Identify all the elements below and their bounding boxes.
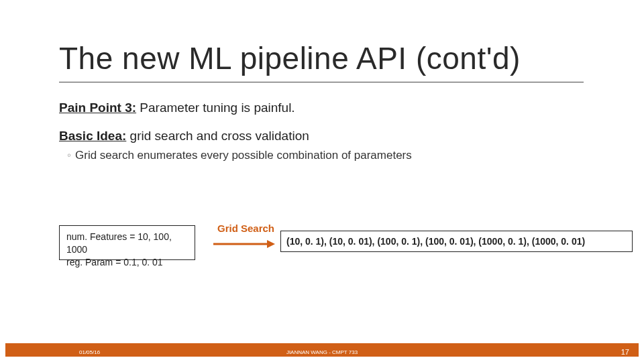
bullet-line: ◦Grid search enumerates every possible c… — [67, 149, 412, 162]
svg-marker-1 — [267, 240, 275, 248]
basic-idea-text: grid search and cross validation — [126, 129, 309, 143]
slide: The new ML pipeline API (cont'd) Pain Po… — [0, 0, 644, 362]
title-underline — [59, 82, 584, 82]
arrow-label: Grid Search — [217, 223, 274, 234]
param-line-1: num. Features = 10, 100, 1000 — [66, 231, 188, 256]
bullet-text: Grid search enumerates every possible co… — [75, 149, 412, 162]
pain-point-text: Parameter tuning is painful. — [136, 101, 295, 115]
footer-author: JIANNAN WANG - CMPT 733 — [0, 349, 644, 355]
footer-page-number: 17 — [621, 348, 629, 356]
basic-idea-label: Basic Idea: — [59, 129, 126, 143]
grid-search-output-text: (10, 0. 1), (10, 0. 01), (100, 0. 1), (1… — [286, 236, 585, 247]
param-line-2: reg. Param = 0.1, 0. 01 — [66, 256, 188, 269]
pain-point-line: Pain Point 3: Parameter tuning is painfu… — [59, 101, 295, 115]
bullet-mark-icon: ◦ — [67, 149, 75, 162]
arrow-right-icon — [212, 239, 276, 249]
grid-search-output-box: (10, 0. 1), (10, 0. 01), (100, 0. 1), (1… — [280, 231, 633, 252]
slide-title: The new ML pipeline API (cont'd) — [59, 40, 521, 76]
pain-point-label: Pain Point 3: — [59, 101, 136, 115]
parameters-box: num. Features = 10, 100, 1000 reg. Param… — [59, 225, 195, 260]
basic-idea-line: Basic Idea: grid search and cross valida… — [59, 129, 309, 143]
